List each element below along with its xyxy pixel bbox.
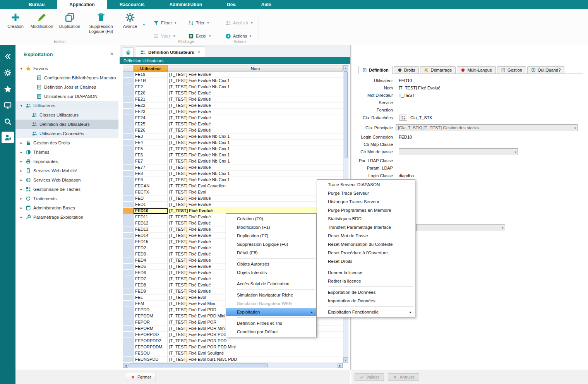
- strip-icon-button[interactable]: [4, 101, 12, 109]
- cell-utilisateur[interactable]: FE26: [134, 127, 168, 134]
- submenu-item[interactable]: Reset Droits: [317, 257, 415, 266]
- sidebar-tree-item[interactable]: Utilisateurs sur DIAPASON: [15, 92, 118, 101]
- submenu-item[interactable]: Retirer la licence: [317, 277, 415, 285]
- cell-nom[interactable]: [T_TEST] Fixé Evolué: [168, 90, 343, 96]
- row-selector[interactable]: [123, 183, 134, 189]
- table-row[interactable]: FE4 [T_TEST] Fixé Evolué Nb Cnx 1: [123, 140, 343, 146]
- cell-utilisateur[interactable]: FE22: [134, 103, 168, 109]
- cell-utilisateur[interactable]: FEPORPDDM: [134, 344, 168, 350]
- fermer-button[interactable]: Fermer: [126, 373, 156, 381]
- row-selector[interactable]: [123, 171, 134, 177]
- field-value[interactable]: T_TEST: [399, 92, 415, 99]
- row-selector[interactable]: [123, 344, 134, 350]
- context-menu-item[interactable]: Condition par Défaut: [226, 327, 316, 336]
- detail-tab[interactable]: Définition: [358, 66, 393, 74]
- scroll-up-icon[interactable]: ▲: [343, 65, 348, 70]
- cell-nom[interactable]: [T_TEST] Fixé Evolué Nb Cnx 1: [168, 140, 343, 146]
- menubar-item[interactable]: Raccourcis: [107, 0, 157, 9]
- context-menu-item[interactable]: [226, 257, 316, 260]
- row-selector[interactable]: [123, 84, 134, 90]
- row-selector[interactable]: [123, 152, 134, 158]
- cell-utilisateur[interactable]: FEPOR: [134, 319, 168, 326]
- cell-utilisateur[interactable]: FECAN: [134, 183, 168, 189]
- cell-nom[interactable]: [T_TEST] Fixé Evolué Nb Cnx 1: [168, 84, 343, 90]
- strip-icon-button[interactable]: [2, 132, 14, 143]
- cell-utilisateur[interactable]: FE7: [134, 158, 168, 165]
- cell-utilisateur[interactable]: FED13: [134, 226, 168, 233]
- cell-nom[interactable]: [T_TEST] Fixé Evolué: [168, 96, 343, 103]
- row-selector[interactable]: [123, 90, 134, 96]
- cell-utilisateur[interactable]: FE9: [134, 177, 168, 183]
- chevron-down-icon[interactable]: ▾: [574, 125, 576, 131]
- row-selector[interactable]: [123, 109, 134, 115]
- submenu-item[interactable]: Reset Mot de Passe: [317, 231, 415, 240]
- row-selector[interactable]: [123, 326, 134, 332]
- row-selector[interactable]: [123, 220, 134, 226]
- menubar-item[interactable]: Administration: [157, 0, 214, 9]
- duplication-button[interactable]: Duplication: [57, 12, 82, 29]
- sidebar-tree-item[interactable]: ▾ Favoris: [15, 64, 118, 73]
- cell-utilisateur[interactable]: FED15: [134, 239, 168, 245]
- cell-utilisateur[interactable]: FEM: [134, 301, 168, 307]
- cell-nom[interactable]: [T_TEST] Fixé Evol POR PDD Mini: [168, 344, 343, 350]
- cell-utilisateur[interactable]: FED6: [134, 270, 168, 276]
- sidebar-tree-item[interactable]: ▸ Traitements: [15, 194, 118, 203]
- submenu-item[interactable]: [317, 285, 415, 288]
- field-value[interactable]: [T_TEST] Fixé Evolué: [399, 84, 441, 91]
- row-selector[interactable]: [123, 195, 134, 202]
- submenu-item[interactable]: Transfert Parametrage Interface: [317, 223, 415, 231]
- cell-utilisateur[interactable]: FED3: [134, 251, 168, 257]
- submenu-item[interactable]: Reset Procédure à l'Ouverture: [317, 249, 415, 257]
- sidebar-tree-item[interactable]: ▾ Utilisateurs: [15, 101, 118, 110]
- tab-definition-utilisateurs[interactable]: Définition Utilisateurs: [136, 46, 205, 57]
- sidebar-tree-item[interactable]: ▸ Gestionnaire de Tâches: [15, 185, 118, 194]
- detail-tab[interactable]: Multi-Langue: [457, 66, 496, 74]
- cell-utilisateur[interactable]: FED: [134, 195, 168, 202]
- sidebar-tree-item[interactable]: Configuration Bibliothèques Maestro: [15, 73, 118, 82]
- sidebar-tree-item[interactable]: ▸ Administration Bases: [15, 203, 118, 213]
- table-row[interactable]: FE8 [T_TEST] Fixé Evolué Nb Cnx 1: [123, 171, 343, 177]
- cell-nom[interactable]: [T_TEST] Fixé Evol Souligné: [168, 350, 343, 357]
- cell-utilisateur[interactable]: FE21: [134, 96, 168, 103]
- row-selector[interactable]: [123, 313, 134, 319]
- cell-utilisateur[interactable]: FE23: [134, 109, 168, 115]
- cell-nom[interactable]: [T_TEST] Fixé Evolué: [168, 121, 343, 127]
- home-tab[interactable]: [123, 47, 134, 57]
- field-value[interactable]: FED10: [399, 134, 412, 141]
- sidebar-tree-item[interactable]: Classes Utilisateurs: [15, 110, 118, 120]
- chevron-down-icon[interactable]: ▾: [143, 22, 145, 27]
- creation-button[interactable]: Création: [3, 12, 28, 29]
- submenu-item[interactable]: Purge Trace Serveur: [317, 189, 415, 197]
- sidebar-tree-item[interactable]: ▸ Services Web Diapason: [15, 175, 118, 185]
- cell-utilisateur[interactable]: FED4: [134, 257, 168, 264]
- cell-utilisateur[interactable]: FESOU: [134, 350, 168, 357]
- sidebar-tree-item[interactable]: ▸ Thèmes: [15, 147, 118, 157]
- row-selector[interactable]: [123, 103, 134, 109]
- row-selector[interactable]: [123, 146, 134, 152]
- chevron-down-icon[interactable]: ▾: [175, 21, 177, 25]
- table-row[interactable]: FE9 [T_TEST] Fixé Evolué Nb Cnx 1: [123, 177, 343, 183]
- row-selector[interactable]: [123, 165, 134, 171]
- table-row[interactable]: FECTX [T_TEST] Fixé Evol: [123, 189, 343, 195]
- caret-icon[interactable]: ▸: [19, 187, 23, 191]
- cell-utilisateur[interactable]: FED1: [134, 202, 168, 208]
- sidebar-tree-item[interactable]: ▸ Imprimantes: [15, 157, 118, 166]
- table-row[interactable]: FEPORPDDM [T_TEST] Fixé Evol POR PDD Min…: [123, 344, 343, 350]
- table-row[interactable]: FE24 [T_TEST] Fixé Evolué: [123, 115, 343, 121]
- caret-icon[interactable]: ▸: [19, 159, 23, 163]
- cell-utilisateur[interactable]: FED8: [134, 282, 168, 288]
- cell-utilisateur[interactable]: FEPDD: [134, 307, 168, 313]
- row-selector[interactable]: [123, 264, 134, 270]
- table-row[interactable]: FE23 [T_TEST] Fixé Evolué: [123, 109, 343, 115]
- row-selector[interactable]: [123, 121, 134, 127]
- cell-nom[interactable]: [T_TEST] Fixé Evol POR PDD: [168, 338, 343, 344]
- context-menu-item[interactable]: Objets Interdits: [226, 268, 316, 277]
- row-selector[interactable]: [123, 276, 134, 282]
- caret-icon[interactable]: ▸: [19, 169, 23, 173]
- secondary-combo[interactable]: ▾: [416, 224, 505, 231]
- submenu-item[interactable]: Importation de Données: [317, 297, 415, 305]
- row-selector[interactable]: [123, 319, 134, 326]
- caret-icon[interactable]: ▾: [19, 67, 23, 70]
- ctr-mot-de-passe-combo[interactable]: ▾: [399, 148, 518, 155]
- submenu-item[interactable]: Statistiques BDD: [317, 214, 415, 223]
